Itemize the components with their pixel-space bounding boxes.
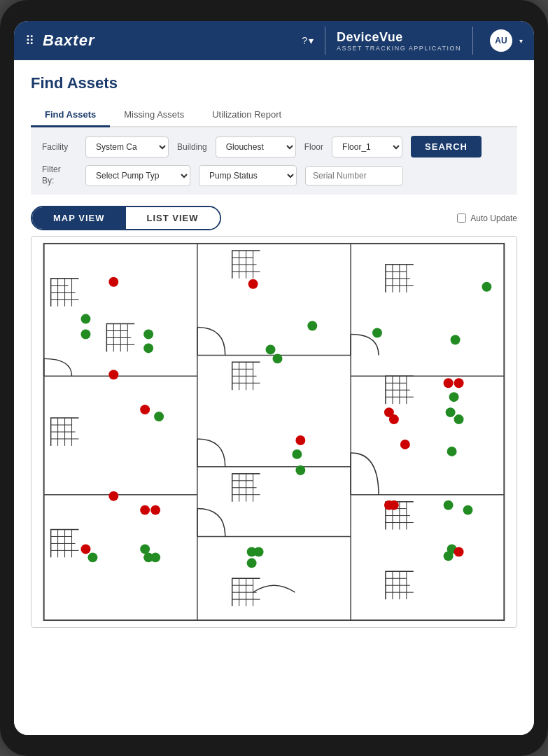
facility-select[interactable]: System Ca [85,136,169,158]
devicevue-brand: DeviceVue ASSET TRACKING APPLICATION [337,30,461,52]
filter-row-2: FilterBy: Select Pump Type Pump Status [42,164,506,186]
asset-dot[interactable] [451,335,461,345]
tablet-frame: ⠿ Baxter ? ▾ DeviceVue ASSET TRACKING AP… [0,0,548,756]
floor-label: Floor [304,142,323,152]
auto-update-label: Auto Update [470,214,517,223]
asset-dot[interactable] [292,449,302,459]
asset-dot[interactable] [140,505,150,515]
svg-rect-0 [37,237,512,627]
asset-dot[interactable] [454,547,464,557]
serial-number-input[interactable] [305,166,403,186]
list-view-button[interactable]: LIST VIEW [126,207,220,229]
asset-dot[interactable] [295,465,305,475]
asset-dot[interactable] [143,344,153,354]
filter-area: Facility System Ca Building Glouchest Fl… [31,127,517,195]
asset-dot[interactable] [80,330,90,340]
asset-dot[interactable] [108,277,118,287]
view-toggle-row: MAP VIEW LIST VIEW Auto Update [31,206,517,230]
asset-dot[interactable] [454,378,464,388]
header-left: ⠿ Baxter [25,31,94,50]
asset-dot[interactable] [140,545,150,554]
asset-dot[interactable] [248,279,258,289]
building-select[interactable]: Glouchest [216,136,296,158]
app-header: ⠿ Baxter ? ▾ DeviceVue ASSET TRACKING AP… [14,21,534,60]
help-button[interactable]: ? ▾ [302,35,314,46]
asset-dot[interactable] [446,407,456,417]
asset-dot[interactable] [80,314,90,324]
avatar-dropdown-arrow: ▾ [519,37,523,45]
asset-dot[interactable] [108,491,118,501]
asset-dot[interactable] [266,345,276,355]
map-view-button[interactable]: MAP VIEW [32,207,126,229]
asset-dot[interactable] [372,328,382,338]
asset-dot[interactable] [444,378,454,388]
asset-dot[interactable] [273,354,283,364]
header-divider [325,27,325,55]
asset-dot[interactable] [449,392,459,402]
pump-type-select[interactable]: Select Pump Type [85,165,190,186]
main-content: Find Assets Find Assets Missing Assets U… [14,60,534,735]
asset-dot[interactable] [447,447,457,456]
asset-dot[interactable] [463,505,473,515]
floor-select[interactable]: Floor_1 [332,136,402,158]
filter-by-label: FilterBy: [42,164,77,186]
asset-dot[interactable] [80,545,90,554]
auto-update-checkbox[interactable] [457,214,466,223]
view-toggle: MAP VIEW LIST VIEW [31,206,221,230]
brand-title: DeviceVue [337,30,403,45]
facility-label: Facility [42,142,77,152]
asset-dot[interactable] [154,412,164,421]
asset-dot[interactable] [140,405,150,414]
building-label: Building [177,142,207,152]
tablet-screen: ⠿ Baxter ? ▾ DeviceVue ASSET TRACKING AP… [14,21,534,735]
tab-utilization-report[interactable]: Utilization Report [198,104,295,127]
asset-dot[interactable] [247,559,257,568]
asset-dot[interactable] [307,321,317,331]
asset-dot[interactable] [482,282,491,292]
asset-dot[interactable] [444,500,454,510]
avatar-button[interactable]: AU [490,29,512,52]
asset-dot[interactable] [254,547,264,557]
asset-dot[interactable] [389,500,399,510]
header-right: ? ▾ DeviceVue ASSET TRACKING APPLICATION… [302,27,523,55]
search-button[interactable]: SEARCH [411,136,482,158]
page-title: Find Assets [31,74,517,92]
asset-dot[interactable] [108,370,118,380]
asset-dot[interactable] [87,553,97,563]
header-divider-2 [472,27,473,55]
asset-dot[interactable] [400,440,410,449]
asset-dot[interactable] [454,414,464,424]
tab-missing-assets[interactable]: Missing Assets [110,104,198,127]
asset-dot[interactable] [389,414,399,424]
baxter-logo: Baxter [43,31,94,50]
grid-icon[interactable]: ⠿ [25,33,34,48]
tab-find-assets[interactable]: Find Assets [31,104,110,127]
asset-dot[interactable] [143,330,153,340]
brand-subtitle: ASSET TRACKING APPLICATION [337,45,461,52]
tab-bar: Find Assets Missing Assets Utilization R… [31,104,517,127]
asset-dot[interactable] [150,553,160,563]
auto-update-control: Auto Update [457,214,517,223]
floor-map-svg [31,237,517,627]
asset-dot[interactable] [150,505,160,515]
asset-dot[interactable] [444,552,454,561]
map-container [31,236,517,628]
pump-status-select[interactable]: Pump Status [199,165,297,186]
filter-row-1: Facility System Ca Building Glouchest Fl… [42,136,506,158]
asset-dot[interactable] [295,435,305,445]
